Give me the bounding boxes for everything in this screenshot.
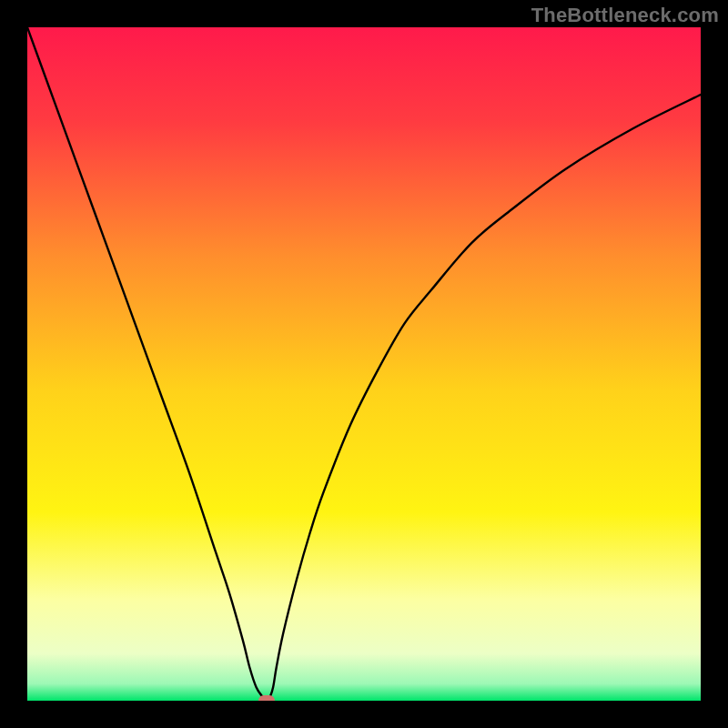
optimum-point-marker (258, 695, 275, 701)
watermark-text: TheBottleneck.com (531, 4, 719, 27)
chart-frame: TheBottleneck.com (0, 0, 728, 728)
bottleneck-curve (27, 27, 701, 701)
plot-area (27, 27, 701, 701)
